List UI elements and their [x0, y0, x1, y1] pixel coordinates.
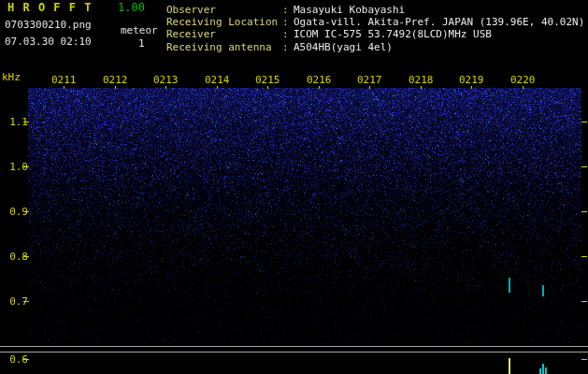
info-row-antenna: Receiving antenna : A504HB(yagi 4el) [166, 41, 584, 53]
observer-info-block: Observer : Masayuki Kobayashi Receiving … [166, 4, 584, 53]
freq-tick-right [581, 256, 587, 257]
time-label: 0211 [51, 74, 77, 86]
signal-strip-line [0, 346, 588, 347]
time-tick [217, 86, 218, 89]
time-label: 0218 [409, 74, 434, 86]
signal-spike [509, 358, 510, 374]
freq-tick-left [23, 301, 29, 302]
freq-tick-right [581, 301, 587, 302]
time-tick [115, 86, 116, 89]
freq-tick-right [581, 359, 587, 360]
time-label: 0220 [510, 74, 536, 86]
signal-strip-line [0, 352, 588, 352]
info-row-receiver: Receiver : ICOM IC-575 53.7492(8LCD)MHz … [166, 28, 584, 40]
time-tick [369, 86, 370, 89]
meteor-echo-mark [542, 285, 544, 296]
time-label: 0213 [153, 74, 179, 86]
info-label: Receiving antenna [166, 41, 282, 53]
app-title: H R O F F T [7, 2, 92, 14]
time-tick [267, 86, 268, 89]
time-tick [421, 86, 422, 89]
time-label: 0217 [357, 74, 382, 86]
hrofft-window: H R O F F T 1.00 0703300210.png meteor 0… [0, 0, 588, 374]
time-tick [165, 86, 166, 89]
freq-tick-left [23, 359, 29, 360]
output-filename: 0703300210.png [5, 19, 92, 31]
signal-spike [539, 368, 541, 374]
freq-tick-right [581, 211, 587, 212]
info-separator: : [282, 41, 294, 53]
time-label: 0216 [307, 74, 332, 86]
info-separator: : [282, 16, 294, 28]
freq-tick-left [23, 256, 29, 257]
freq-tick-left [23, 122, 29, 122]
time-tick [471, 86, 472, 89]
mode-label: meteor [121, 24, 158, 36]
info-separator: : [282, 28, 294, 40]
time-tick [523, 86, 523, 89]
spectrogram-noise-canvas [0, 0, 588, 374]
info-row-observer: Observer : Masayuki Kobayashi [166, 4, 584, 16]
info-value: ICOM IC-575 53.7492(8LCD)MHz USB [294, 28, 492, 40]
freq-tick-left [23, 211, 29, 212]
time-label: 0212 [103, 74, 128, 86]
info-separator: : [282, 4, 294, 16]
app-version: 1.00 [118, 2, 145, 14]
datetime-label: 07.03.30 02:10 [5, 36, 92, 48]
info-label: Observer [166, 4, 282, 16]
info-value: A504HB(yagi 4el) [294, 41, 393, 53]
info-label: Receiver [166, 28, 282, 40]
time-label: 0219 [459, 74, 484, 86]
freq-tick-right [581, 166, 587, 167]
signal-spike [542, 364, 544, 374]
time-label: 0215 [255, 74, 280, 86]
time-tick [64, 86, 65, 89]
info-label: Receiving Location [166, 16, 282, 28]
info-value: Masayuki Kobayashi [294, 4, 405, 16]
info-value: Ogata-vill. Akita-Pref. JAPAN (139.96E, … [294, 16, 584, 28]
echo-count: 1 [138, 37, 145, 50]
signal-spike [545, 367, 547, 374]
freq-tick-right [581, 122, 587, 122]
freq-unit-label: kHz [2, 71, 21, 83]
time-tick [319, 86, 320, 89]
freq-tick-left [23, 166, 29, 167]
info-row-location: Receiving Location : Ogata-vill. Akita-P… [166, 16, 584, 28]
time-label: 0214 [205, 74, 230, 86]
meteor-echo-mark [509, 278, 510, 293]
